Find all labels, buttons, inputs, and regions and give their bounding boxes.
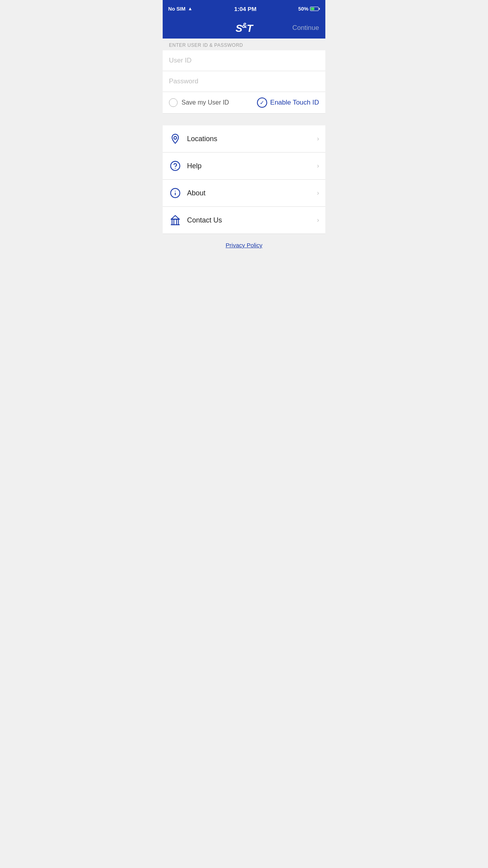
touch-id-label: Enable Touch ID <box>270 99 319 107</box>
help-chevron: › <box>317 162 319 169</box>
touch-id-checkmark: ✓ <box>257 97 267 108</box>
battery-icon <box>310 7 320 11</box>
menu-item-contact-us[interactable]: Contact Us › <box>163 207 325 234</box>
nav-bar: S&T Continue <box>163 17 325 39</box>
help-label: Help <box>187 162 202 170</box>
about-chevron: › <box>317 189 319 197</box>
contact-us-chevron: › <box>317 217 319 224</box>
svg-point-0 <box>174 136 177 139</box>
form-section: ENTER USER ID & PASSWORD Save my User ID… <box>163 39 325 114</box>
options-row: Save my User ID ✓ Enable Touch ID <box>163 92 325 114</box>
info-icon <box>169 187 182 199</box>
bottom-background <box>163 257 325 335</box>
locations-label: Locations <box>187 135 217 143</box>
continue-button[interactable]: Continue <box>292 24 319 32</box>
save-userid-option[interactable]: Save my User ID <box>169 98 229 107</box>
carrier-text: No SIM <box>168 6 185 12</box>
save-userid-label: Save my User ID <box>182 99 229 106</box>
menu-list: Locations › Help › <box>163 125 325 234</box>
locations-chevron: › <box>317 135 319 142</box>
svg-point-1 <box>171 161 180 170</box>
touch-id-option[interactable]: ✓ Enable Touch ID <box>257 97 319 108</box>
privacy-policy-section: Privacy Policy <box>163 234 325 257</box>
spacer <box>163 114 325 125</box>
help-icon <box>169 160 182 172</box>
status-time: 1:04 PM <box>234 6 257 12</box>
status-right: 50% <box>298 6 320 12</box>
status-left: No SIM ▲ <box>168 6 193 12</box>
menu-item-locations[interactable]: Locations › <box>163 125 325 153</box>
contact-us-label: Contact Us <box>187 216 222 224</box>
wifi-icon: ▲ <box>188 6 193 11</box>
status-bar: No SIM ▲ 1:04 PM 50% <box>163 0 325 17</box>
password-input[interactable] <box>163 71 325 92</box>
battery-percent: 50% <box>298 6 308 12</box>
section-label: ENTER USER ID & PASSWORD <box>163 39 325 50</box>
app-logo: S&T <box>235 22 252 35</box>
bank-icon <box>169 214 182 226</box>
menu-item-about[interactable]: About › <box>163 180 325 207</box>
location-pin-icon <box>169 132 182 145</box>
userid-input[interactable] <box>163 50 325 71</box>
privacy-policy-link[interactable]: Privacy Policy <box>226 242 262 248</box>
about-label: About <box>187 189 205 197</box>
menu-item-help[interactable]: Help › <box>163 153 325 180</box>
save-userid-radio[interactable] <box>169 98 178 107</box>
